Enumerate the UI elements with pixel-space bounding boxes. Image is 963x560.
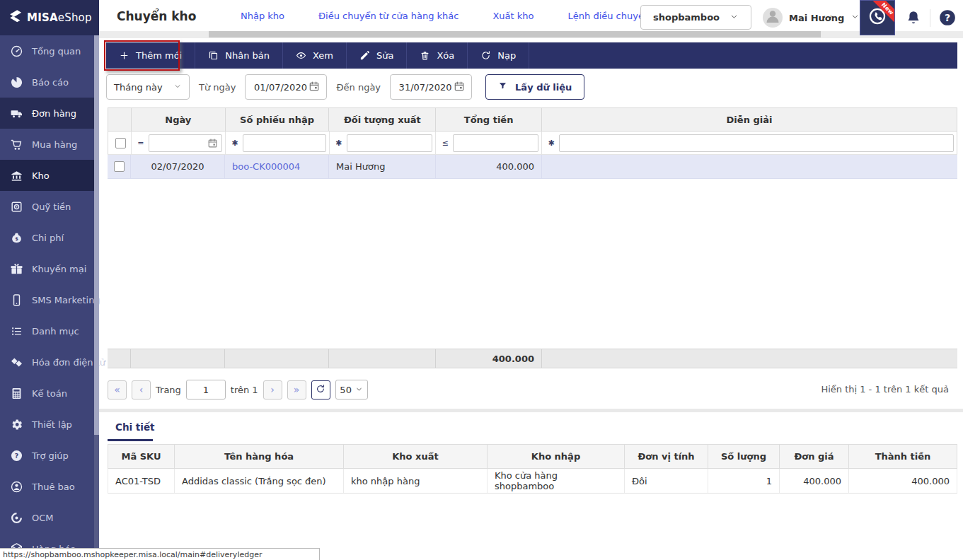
sidebar-scrollbar-thumb[interactable]: [94, 35, 99, 435]
detail-column-header-7[interactable]: Thành tiền: [849, 445, 957, 468]
sidebar-scrollbar[interactable]: [94, 35, 99, 560]
avatar[interactable]: [763, 8, 783, 28]
page-number-input[interactable]: 1: [186, 380, 226, 399]
tab-dieu-chuyen-tu-cua-hang-khac[interactable]: Điều chuyển từ cửa hàng khác: [318, 11, 459, 21]
calendar-icon[interactable]: [308, 81, 320, 92]
first-page-button[interactable]: «: [108, 380, 127, 399]
row-note: [542, 155, 957, 178]
tab-xuat-kho[interactable]: Xuất kho: [492, 11, 534, 21]
filter-operator[interactable]: ✱: [548, 139, 555, 148]
sidebar-item-kho[interactable]: Kho: [0, 160, 99, 191]
calendar-icon[interactable]: [454, 81, 465, 94]
sidebar-item-tong-quan[interactable]: Tổng quan: [0, 35, 99, 66]
row-checkbox-cell: [108, 155, 131, 178]
calendar-icon[interactable]: [454, 81, 465, 92]
tab-nhap-kho[interactable]: Nhập kho: [241, 11, 284, 21]
from-date-input[interactable]: 01/07/2020: [245, 74, 327, 100]
sidebar-item-ocm[interactable]: OCM: [0, 502, 99, 533]
previous-page-button[interactable]: ‹: [132, 380, 151, 399]
filter-input-1[interactable]: [243, 134, 326, 152]
column-header-0[interactable]: Ngày: [132, 108, 226, 131]
detail-column-header-6[interactable]: Đơn giá: [780, 445, 849, 468]
orders-icon: [10, 107, 23, 120]
orders-table-filter-row: =✱✱≤✱: [108, 132, 957, 155]
user-menu[interactable]: Mai Hương: [789, 12, 860, 23]
period-select[interactable]: Tháng này: [106, 74, 190, 100]
fetch-data-button[interactable]: Lấy dữ liệu: [485, 74, 584, 100]
nhan-ban-button[interactable]: Nhân bản: [195, 42, 283, 69]
sidebar-item-bao-cao[interactable]: Báo cáo: [0, 66, 99, 98]
help-button[interactable]: ?: [938, 8, 957, 30]
tab-lenh-dieu-chuyen[interactable]: Lệnh điều chuyển: [568, 11, 650, 21]
filter-input-2[interactable]: [347, 134, 433, 152]
tabs-horizontal-scrollbar[interactable]: [99, 31, 963, 38]
detail-column-header-1[interactable]: Tên hàng hóa: [175, 445, 344, 468]
voucher-link[interactable]: boo-CK000004: [232, 161, 300, 172]
sidebar-item-hoa-don-dien-tu[interactable]: Hóa đơn điện tử: [0, 346, 99, 378]
page-size-select[interactable]: 50: [335, 380, 368, 399]
nhan-ban-label: Nhân bản: [225, 50, 270, 61]
xoa-button[interactable]: Xóa: [407, 42, 468, 69]
orders-table-summary-row: 400.000: [108, 349, 957, 368]
sidebar-item-danh-muc[interactable]: Danh mục: [0, 315, 99, 346]
funnel-icon: [498, 81, 507, 91]
column-header-2[interactable]: Đối tượng xuất: [329, 108, 436, 131]
xoa-label: Xóa: [437, 50, 454, 61]
header-tabs: Nhập khoĐiều chuyển từ cửa hàng khácXuất…: [241, 0, 697, 31]
detail-column-header-4[interactable]: Đơn vị tính: [625, 445, 708, 468]
column-header-4[interactable]: Diễn giải: [542, 108, 957, 131]
filter-operator[interactable]: ≤: [442, 139, 449, 148]
filter-operator[interactable]: ✱: [335, 139, 342, 148]
promotion-icon: [10, 262, 23, 276]
refresh-page-button[interactable]: [311, 380, 330, 399]
sidebar-item-ke-toan[interactable]: Kế toán: [0, 378, 99, 409]
detail-column-header-5[interactable]: Số lượng: [708, 445, 780, 468]
brand-logo[interactable]: MISAeShop: [0, 0, 99, 35]
to-date-input[interactable]: 31/07/2020: [390, 74, 472, 100]
sidebar-item-khuyen-mai[interactable]: Khuyến mại: [0, 253, 99, 284]
column-header-3[interactable]: Tổng tiền: [436, 108, 542, 131]
sua-button[interactable]: Sửa: [347, 42, 407, 69]
orders-table-row[interactable]: 02/07/2020boo-CK000004Mai Hương400.000: [108, 155, 957, 179]
detail-column-header-0[interactable]: Mã SKU: [108, 445, 175, 468]
page-title: Chuyển kho: [117, 9, 196, 23]
fetch-data-label: Lấy dữ liệu: [515, 82, 572, 93]
last-page-button[interactable]: »: [287, 380, 306, 399]
sidebar-item-sms-marketing[interactable]: SMS Marketing: [0, 284, 99, 315]
calendar-icon[interactable]: [308, 81, 320, 94]
column-header-1[interactable]: Số phiếu nhập: [226, 108, 330, 131]
tabs-scrollbar-thumb[interactable]: [209, 31, 821, 37]
detail-column-header-3[interactable]: Kho nhập: [488, 445, 625, 468]
filter-input-3[interactable]: [453, 134, 538, 152]
next-page-button[interactable]: ›: [263, 380, 282, 399]
sidebar-item-label: Quỹ tiền: [32, 202, 71, 212]
sidebar-item-mua-hang[interactable]: Mua hàng: [0, 129, 99, 160]
select-all-checkbox[interactable]: [115, 138, 126, 148]
row-checkbox[interactable]: [114, 161, 125, 172]
filter-input-0[interactable]: [149, 134, 222, 152]
shop-selector[interactable]: shopbamboo: [640, 5, 751, 30]
cash-icon: [10, 200, 23, 214]
filter-checkbox-cell: [108, 132, 132, 154]
tab-detail[interactable]: Chi tiết: [115, 421, 155, 433]
xem-button[interactable]: Xem: [283, 42, 347, 69]
notifications-button[interactable]: [905, 9, 922, 29]
sidebar-item-thiet-lap[interactable]: Thiết lập: [0, 409, 99, 440]
sidebar-item-quy-tien[interactable]: Quỹ tiền: [0, 191, 99, 222]
detail-column-header-2[interactable]: Kho xuất: [344, 445, 488, 468]
sidebar-item-chi-phi[interactable]: $Chi phí: [0, 222, 99, 253]
them-moi-button[interactable]: Thêm mới: [106, 42, 195, 69]
filter-operator[interactable]: =: [137, 139, 144, 148]
nap-button[interactable]: Nạp: [468, 42, 529, 69]
sidebar-item-thue-bao[interactable]: Thuê bao: [0, 471, 99, 502]
filter-operator[interactable]: ✱: [231, 139, 238, 148]
sidebar-item-label: Khuyến mại: [32, 264, 86, 274]
top-header: Chuyển kho Nhập khoĐiều chuyển từ cửa hà…: [99, 0, 963, 38]
help-icon: ?: [10, 449, 23, 462]
sidebar-item-tro-giup[interactable]: ?Trợ giúp: [0, 440, 99, 471]
delete-icon: [420, 50, 430, 61]
filter-input-4[interactable]: [559, 134, 954, 152]
sidebar-item-don-hang[interactable]: Đơn hàng: [0, 98, 99, 129]
support-phone-button[interactable]: New: [860, 0, 895, 35]
calendar-icon[interactable]: [207, 138, 218, 148]
